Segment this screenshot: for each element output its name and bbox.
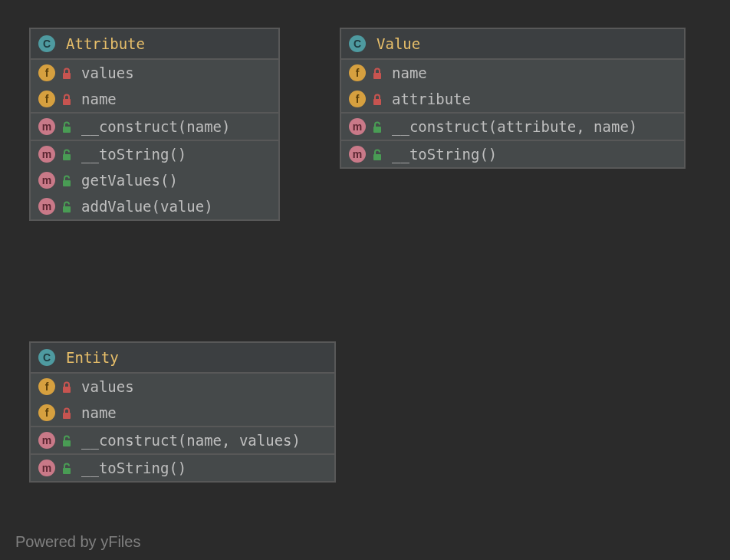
powered-by-label: Powered by yFiles: [15, 533, 140, 551]
method-row: m__construct(attribute, name): [341, 114, 684, 140]
member-label: __construct(name): [81, 118, 230, 135]
field-row: fname: [31, 400, 334, 426]
fields-section: fnamefattribute: [341, 60, 684, 114]
lock-icon: [61, 406, 74, 420]
svg-rect-8: [373, 127, 381, 133]
unlock-icon: [61, 461, 74, 475]
member-label: __toString(): [392, 146, 497, 163]
svg-rect-7: [373, 99, 381, 105]
svg-rect-6: [373, 73, 381, 79]
field-row: fvalues: [31, 60, 278, 86]
methods-section: m__toString(): [341, 141, 684, 167]
method-row: m__toString(): [31, 455, 334, 481]
fields-section: fvaluesfname: [31, 60, 278, 114]
fields-section: fvaluesfname: [31, 374, 334, 427]
class-icon: C: [38, 35, 55, 52]
svg-rect-10: [63, 387, 71, 393]
method-icon: m: [38, 432, 55, 449]
member-label: attribute: [392, 91, 471, 107]
method-row: m__toString(): [341, 141, 684, 167]
lock-icon: [61, 92, 74, 106]
unlock-icon: [372, 147, 384, 161]
member-label: values: [81, 378, 134, 395]
class-box-entity: CEntityfvaluesfnamem__construct(name, va…: [29, 341, 336, 483]
class-title: Entity: [66, 349, 119, 366]
methods-section: m__construct(attribute, name): [341, 114, 684, 141]
unlock-icon: [61, 433, 74, 447]
method-row: maddValue(value): [31, 193, 278, 219]
member-label: getValues(): [81, 172, 178, 189]
svg-rect-2: [63, 127, 71, 133]
field-row: fvalues: [31, 374, 334, 400]
member-label: __toString(): [81, 146, 186, 163]
member-label: __construct(name, values): [81, 432, 301, 449]
class-header: CValue: [341, 29, 684, 60]
member-label: addValue(value): [81, 198, 213, 215]
method-row: m__construct(name, values): [31, 427, 334, 453]
field-icon: f: [38, 64, 55, 81]
method-icon: m: [38, 172, 55, 189]
field-icon: f: [38, 91, 55, 107]
svg-rect-1: [63, 99, 71, 105]
method-row: mgetValues(): [31, 167, 278, 193]
member-label: __construct(attribute, name): [392, 118, 637, 135]
field-icon: f: [38, 378, 55, 395]
svg-rect-9: [373, 154, 381, 160]
lock-icon: [372, 66, 384, 80]
lock-icon: [61, 380, 74, 394]
lock-icon: [61, 66, 74, 80]
methods-section: m__construct(name): [31, 114, 278, 141]
field-row: fname: [341, 60, 684, 86]
class-box-value: CValuefnamefattributem__construct(attrib…: [340, 28, 686, 169]
member-label: __toString(): [81, 460, 186, 476]
unlock-icon: [61, 147, 74, 161]
class-title: Value: [377, 35, 420, 52]
lock-icon: [372, 92, 384, 106]
method-icon: m: [38, 460, 55, 476]
class-icon: C: [349, 35, 366, 52]
methods-section: m__toString()mgetValues()maddValue(value…: [31, 141, 278, 219]
field-icon: f: [349, 91, 366, 107]
method-icon: m: [349, 118, 366, 135]
field-row: fattribute: [341, 86, 684, 112]
field-icon: f: [349, 64, 366, 81]
field-icon: f: [38, 404, 55, 421]
svg-rect-0: [63, 73, 71, 79]
svg-rect-4: [63, 180, 71, 186]
method-icon: m: [38, 118, 55, 135]
svg-rect-3: [63, 154, 71, 160]
member-label: name: [81, 91, 117, 107]
svg-rect-11: [63, 413, 71, 419]
method-icon: m: [38, 146, 55, 163]
class-header: CEntity: [31, 343, 334, 374]
unlock-icon: [61, 173, 74, 187]
methods-section: m__toString(): [31, 455, 334, 481]
svg-rect-5: [63, 206, 71, 212]
class-box-attribute: CAttributefvaluesfnamem__construct(name)…: [29, 28, 280, 221]
svg-rect-12: [63, 440, 71, 446]
field-row: fname: [31, 86, 278, 112]
unlock-icon: [372, 120, 384, 133]
class-title: Attribute: [66, 35, 145, 52]
svg-rect-13: [63, 468, 71, 474]
member-label: values: [81, 64, 134, 81]
member-label: name: [81, 404, 117, 421]
method-row: m__toString(): [31, 141, 278, 167]
unlock-icon: [61, 199, 74, 213]
method-icon: m: [38, 198, 55, 215]
class-header: CAttribute: [31, 29, 278, 60]
method-row: m__construct(name): [31, 114, 278, 140]
class-icon: C: [38, 349, 55, 366]
unlock-icon: [61, 120, 74, 133]
methods-section: m__construct(name, values): [31, 427, 334, 455]
member-label: name: [392, 64, 427, 81]
method-icon: m: [349, 146, 366, 163]
